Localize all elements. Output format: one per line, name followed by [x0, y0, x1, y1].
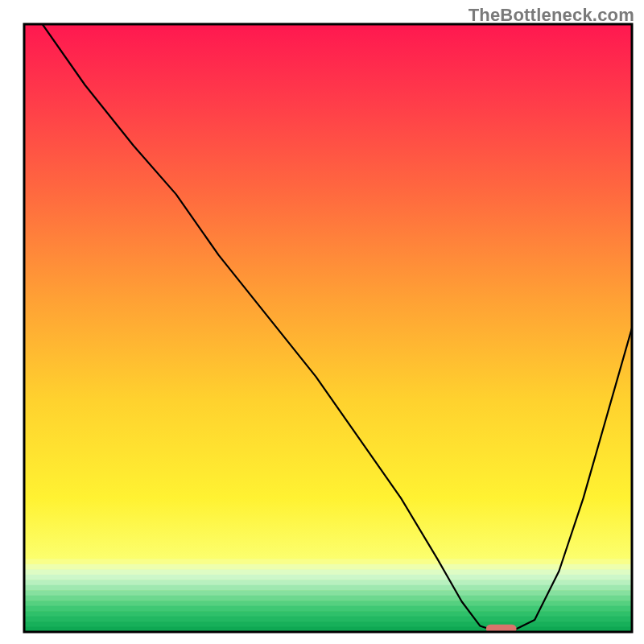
svg-rect-6	[24, 580, 632, 585]
watermark-text: TheBottleneck.com	[469, 5, 634, 26]
svg-rect-7	[24, 585, 632, 591]
chart-container: TheBottleneck.com	[0, 0, 644, 644]
svg-rect-2	[24, 559, 632, 564]
svg-rect-8	[24, 590, 632, 596]
svg-rect-4	[24, 569, 632, 575]
svg-rect-5	[24, 575, 632, 580]
svg-rect-9	[24, 596, 632, 601]
svg-rect-3	[24, 564, 632, 570]
svg-rect-1	[24, 24, 632, 632]
svg-rect-14	[24, 621, 632, 627]
bottleneck-chart	[0, 0, 644, 644]
svg-rect-12	[24, 611, 632, 617]
svg-rect-13	[24, 617, 632, 622]
svg-rect-10	[24, 601, 632, 606]
